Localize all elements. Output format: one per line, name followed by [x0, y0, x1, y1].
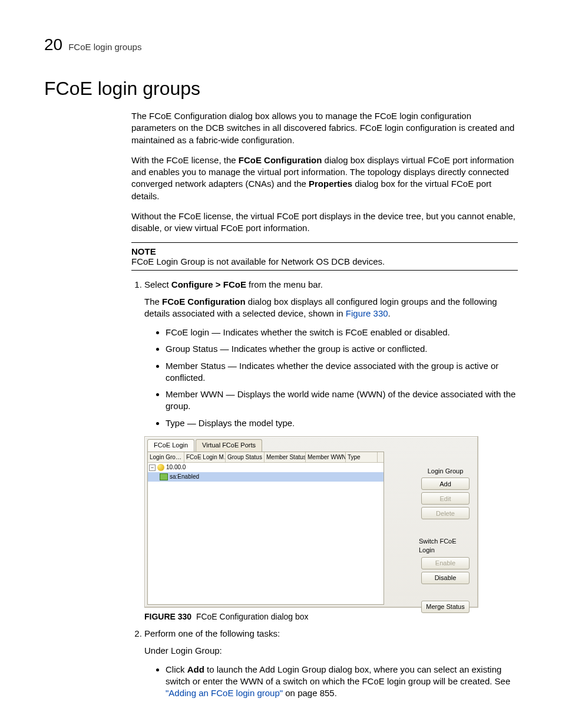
- figure-link-330[interactable]: Figure 330: [346, 308, 388, 318]
- merge-status-button[interactable]: Merge Status: [421, 601, 470, 613]
- add-button[interactable]: Add: [421, 477, 470, 490]
- step-2: Perform one of the following tasks: Unde…: [144, 628, 518, 699]
- fcoe-configuration-dialog: FCoE Login Virtual FCoE Ports Login Gro……: [144, 436, 478, 608]
- col-group-status[interactable]: Group Status: [226, 452, 265, 463]
- intro-paragraph-1: The FCoE Configuration dialog box allows…: [131, 110, 518, 146]
- login-group-label: Login Group: [428, 467, 464, 476]
- col-member-wwn[interactable]: Member WWN: [306, 452, 346, 463]
- switch-fcoe-login-label: Switch FCoE Login: [419, 537, 472, 555]
- tree-child-value: Enabled: [177, 473, 199, 481]
- disable-button[interactable]: Disable: [421, 572, 470, 584]
- tab-virtual-fcoe-ports[interactable]: Virtual FCoE Ports: [196, 439, 262, 452]
- fabric-icon: [157, 464, 164, 471]
- tree-collapse-icon[interactable]: −: [149, 465, 156, 471]
- xref-adding-fcoe-login-group[interactable]: "Adding an FCoE login group": [166, 688, 283, 698]
- note-label: NOTE: [131, 246, 518, 256]
- bullet-fcoe-login: FCoE login — Indicates whether the switc…: [166, 327, 518, 338]
- step-1-detail: The FCoE Configuration dialog box displa…: [144, 296, 518, 320]
- bullet-member-wwn: Member WWN — Displays the world wide nam…: [166, 388, 518, 413]
- tree-child-prefix: sa:: [170, 473, 177, 481]
- intro-paragraph-2: With the FCoE license, the FCoE Configur…: [131, 154, 518, 202]
- delete-button[interactable]: Delete: [421, 507, 470, 519]
- bullet-type: Type — Displays the model type.: [166, 417, 518, 429]
- login-groups-table[interactable]: Login Gro… FCoE Login M… Group Status Me…: [147, 452, 384, 605]
- switch-icon: [160, 473, 168, 480]
- bullet-member-status: Member Status — Indicates whether the de…: [166, 360, 518, 384]
- step-1: Select Configure > FCoE from the menu ba…: [144, 279, 518, 622]
- section-title: FCoE login groups: [44, 78, 518, 100]
- running-header: 20 FCoE login groups: [44, 35, 518, 54]
- col-type[interactable]: Type: [346, 452, 378, 463]
- table-header-row: Login Gro… FCoE Login M… Group Status Me…: [148, 452, 384, 463]
- enable-button[interactable]: Enable: [421, 557, 470, 569]
- tree-root-row[interactable]: − 10.00.0: [148, 463, 384, 472]
- intro-paragraph-3: Without the FCoE license, the virtual FC…: [131, 210, 518, 235]
- edit-button[interactable]: Edit: [421, 492, 470, 505]
- running-header-title: FCoE login groups: [68, 42, 141, 52]
- tab-fcoe-login[interactable]: FCoE Login: [147, 439, 194, 452]
- col-fcoe-login-m[interactable]: FCoE Login M…: [184, 452, 226, 463]
- tree-child-row[interactable]: sa: Enabled: [148, 472, 384, 482]
- col-login-group[interactable]: Login Gro…: [148, 452, 184, 463]
- bullet-group-status: Group Status — Indicates whether the gro…: [166, 343, 518, 355]
- note-block: NOTE FCoE Login Group is not available f…: [131, 242, 518, 271]
- chapter-number: 20: [44, 35, 62, 54]
- col-member-status[interactable]: Member Status: [265, 452, 306, 463]
- step-2-subhead: Under Login Group:: [144, 645, 518, 657]
- step-1-bullets: FCoE login — Indicates whether the switc…: [144, 327, 518, 429]
- tree-root-label: 10.00.0: [166, 463, 186, 472]
- step-2-bullet-add: Click Add to launch the Add Login Group …: [166, 664, 518, 700]
- note-text: FCoE Login Group is not available for Ne…: [131, 256, 385, 266]
